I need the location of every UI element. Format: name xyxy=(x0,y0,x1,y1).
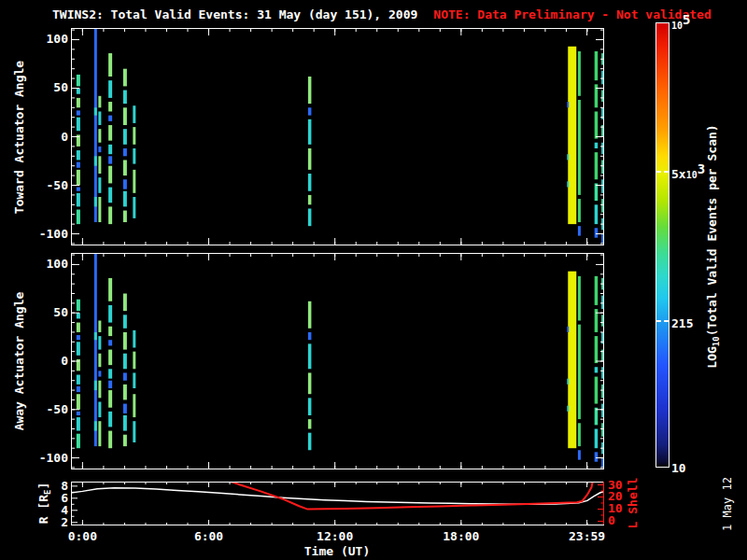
colorbar-scale-label-part: 3 xyxy=(698,161,705,176)
time-tick-label: 18:00 xyxy=(431,529,491,543)
colorbar-tick xyxy=(656,171,669,173)
l-shell-line xyxy=(231,482,592,510)
time-tick-label: 23:59 xyxy=(557,529,617,543)
time-tick-label: 6:00 xyxy=(179,529,239,543)
away-ytick-label: 100 xyxy=(34,257,68,271)
away-ytick-label: -100 xyxy=(34,451,68,465)
colorbar-scale-label-part: 10 xyxy=(686,170,698,180)
time-axis-label: Time (UT) xyxy=(244,544,430,558)
colorbar-axis-label: LOG10(Total Valid Events per Scan) xyxy=(705,124,719,368)
colorbar-scale-label-part: 10 xyxy=(671,21,683,31)
plot-title-row: TWINS2: Total Valid Events: 31 May (day … xyxy=(52,7,712,21)
page-title: TWINS2: Total Valid Events: 31 May (day … xyxy=(52,7,417,21)
time-tick-label: 12:00 xyxy=(305,529,365,543)
colorbar-scale-label: 10 xyxy=(671,458,686,476)
away-ytick-label: 0 xyxy=(34,354,68,368)
colorbar-scale-label: 5x103 xyxy=(671,164,705,182)
r-line xyxy=(71,488,604,505)
colorbar-label-pre: LOG xyxy=(705,346,719,368)
orbit-panel-canvas xyxy=(71,482,604,525)
toward-axis-label: Toward Actuator Angle xyxy=(12,61,26,214)
r-ytick-label: 2 xyxy=(34,515,68,529)
colorbar-label-rest: (Total Valid Events per Scan) xyxy=(705,124,719,336)
toward-ytick-label: -100 xyxy=(34,227,68,241)
colorbar-label-sub: 10 xyxy=(712,336,721,346)
away-panel-canvas xyxy=(71,253,604,469)
colorbar-scale-label: 215 xyxy=(671,314,693,331)
toward-ytick-label: 50 xyxy=(34,80,68,94)
colorbar xyxy=(655,22,669,468)
toward-ytick-label: -50 xyxy=(34,178,68,192)
toward-ytick-label: 100 xyxy=(34,32,68,46)
colorbar-scale-label-part: 5 xyxy=(683,12,690,27)
colorbar-scale-label-part: 215 xyxy=(671,316,693,330)
toward-panel-canvas xyxy=(71,28,604,245)
lshell-ytick-label: 0 xyxy=(608,513,647,527)
colorbar-scale-label-part: 10 xyxy=(671,461,686,475)
preliminary-note: NOTE: Data Preliminary - Not validated xyxy=(433,7,711,21)
toward-ytick-label: 0 xyxy=(34,130,68,144)
away-axis-label: Away Actuator Angle xyxy=(12,292,26,431)
colorbar-scale-label-part: 5x xyxy=(671,167,686,181)
date-stamp: 1 May 12 xyxy=(721,477,734,531)
away-ytick-label: 50 xyxy=(34,305,68,319)
time-tick-label: 0:00 xyxy=(52,529,112,543)
colorbar-tick xyxy=(656,320,669,322)
screenshot-root: TWINS2: Total Valid Events: 31 May (day … xyxy=(0,0,747,560)
colorbar-scale-label: 105 xyxy=(671,15,690,33)
away-ytick-label: -50 xyxy=(34,402,68,416)
